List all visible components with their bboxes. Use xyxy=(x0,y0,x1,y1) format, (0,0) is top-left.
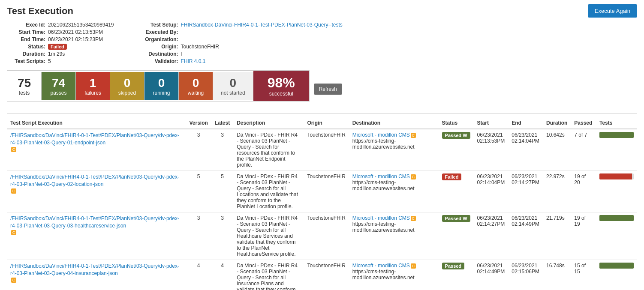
col-passed: Passed xyxy=(571,117,596,129)
destination-link[interactable]: Microsoft - modillon CMS xyxy=(352,215,410,221)
cell-destination: Microsoft - modillon CMSChttps://cms-tes… xyxy=(349,129,439,171)
test-scripts-label: Test Scripts: xyxy=(7,58,45,64)
cell-start: 06/23/202102:14:04PM xyxy=(474,171,509,212)
cell-start: 06/23/202102:13:53PM xyxy=(474,129,509,171)
duration-row: Duration: 1m 29s xyxy=(7,51,114,57)
status-badge: Passed W xyxy=(442,215,470,222)
progress-bar-fill xyxy=(599,173,632,179)
origin-row: Origin: TouchstoneFHIR xyxy=(140,44,343,50)
cell-version: 5 xyxy=(186,171,211,212)
cell-latest: 3 xyxy=(211,212,233,260)
cell-duration: 10.642s xyxy=(543,129,571,171)
cell-passed: 19 of 20 xyxy=(571,171,596,212)
destination-link[interactable]: Microsoft - modillon CMS xyxy=(352,263,410,269)
cell-latest: 3 xyxy=(211,129,233,171)
cell-tests xyxy=(596,260,637,290)
progress-bar-container xyxy=(599,173,634,179)
dest-copy-icon[interactable]: C xyxy=(411,263,416,269)
test-setup-link[interactable]: FHIRSandbox-DaVinci-FHIR4-0-1-Test-PDEX-… xyxy=(181,22,343,28)
copy-icon[interactable]: C xyxy=(11,278,16,283)
cell-duration: 16.748s xyxy=(543,260,571,290)
cell-origin: TouchstoneFHIR xyxy=(304,212,349,260)
dest-copy-icon[interactable]: C xyxy=(411,133,416,138)
progress-bar-fill xyxy=(599,215,634,221)
cell-version: 3 xyxy=(186,129,211,171)
end-time-label: End Time: xyxy=(7,36,45,42)
cell-status: Passed W xyxy=(439,129,474,171)
status-badge: Failed xyxy=(48,44,67,50)
success-num: 98% xyxy=(268,75,295,91)
status-badge: Failed xyxy=(442,173,462,180)
notstarted-num: 0 xyxy=(230,76,237,90)
exec-id-label: Exec Id: xyxy=(7,22,45,28)
cell-end: 06/23/202102:14:27PM xyxy=(508,171,543,212)
script-link[interactable]: /FHIRSandbox/DaVinci/FHIR4-0-1-Test/PDEX… xyxy=(10,173,183,188)
dest-copy-icon[interactable]: C xyxy=(411,174,416,179)
col-description: Description xyxy=(233,117,304,129)
origin-label: Origin: xyxy=(140,44,178,50)
script-link[interactable]: /FHIRSandbox/DaVinci/FHIR4-0-1-Test/PDEX… xyxy=(10,215,183,230)
col-duration: Duration xyxy=(543,117,571,129)
destination-url: https://cms-testing-modillon.azurewebsit… xyxy=(352,179,435,191)
waiting-num: 0 xyxy=(193,76,199,90)
copy-icon[interactable]: C xyxy=(11,188,16,194)
test-setup-row: Test Setup: FHIRSandbox-DaVinci-FHIR4-0-… xyxy=(140,22,343,28)
table-header: Test Script Execution Version Latest Des… xyxy=(7,117,637,129)
skipped-num: 0 xyxy=(124,76,131,90)
destination-link[interactable]: Microsoft - modillon CMS xyxy=(352,173,410,179)
col-start: Start xyxy=(474,117,509,129)
col-latest: Latest xyxy=(211,117,233,129)
copy-icon[interactable]: C xyxy=(11,147,16,152)
executed-by-row: Executed By: xyxy=(140,29,343,35)
stat-total: 75 tests xyxy=(7,72,42,100)
total-label: tests xyxy=(19,90,30,96)
page-container: Test Execution Execute Again Exec Id: 20… xyxy=(0,0,644,290)
meta-section: Exec Id: 20210623151353420989419 Start T… xyxy=(7,22,637,64)
table-body: /FHIRSandbox/DaVinci/FHIR4-0-1-Test/PDEX… xyxy=(7,129,637,290)
stat-failures: 1 failures xyxy=(76,72,110,100)
destination-value: l xyxy=(181,51,182,57)
cell-start: 06/23/202102:14:49PM xyxy=(474,260,509,290)
running-label: running xyxy=(153,90,170,96)
header-row: Test Execution Execute Again xyxy=(7,4,637,18)
cell-status: Passed xyxy=(439,260,474,290)
table-header-row: Test Script Execution Version Latest Des… xyxy=(7,117,637,129)
start-time-value: 06/23/2021 02:13:53PM xyxy=(48,29,103,35)
cell-passed: 15 of 15 xyxy=(571,260,596,290)
destination-url: https://cms-testing-modillon.azurewebsit… xyxy=(352,221,435,233)
progress-bar-fill xyxy=(599,263,634,269)
test-script-table: Test Script Execution Version Latest Des… xyxy=(7,117,637,290)
table-row: /FHIRSandbox/DaVinci/FHIR4-0-1-Test/PDEX… xyxy=(7,129,637,171)
cell-tests xyxy=(596,171,637,212)
stat-success: 98% successful xyxy=(253,71,309,101)
col-destination: Destination xyxy=(349,117,439,129)
cell-duration: 22.972s xyxy=(543,171,571,212)
start-time-label: Start Time: xyxy=(7,29,45,35)
refresh-button[interactable]: Refresh xyxy=(314,84,342,95)
cell-latest: 4 xyxy=(211,260,233,290)
status-row: Status: Failed xyxy=(7,44,114,50)
dest-copy-icon[interactable]: C xyxy=(411,216,416,221)
organization-label: Organization: xyxy=(140,36,178,42)
cell-tests xyxy=(596,129,637,171)
divider xyxy=(7,114,637,114)
meta-left: Exec Id: 20210623151353420989419 Start T… xyxy=(7,22,114,64)
copy-icon[interactable]: C xyxy=(11,230,16,235)
script-link[interactable]: /FHIRSandbox/DaVinci/FHIR4-0-1-Test/PDEX… xyxy=(10,132,183,146)
cell-latest: 5 xyxy=(211,171,233,212)
passes-label: passes xyxy=(50,90,66,96)
cell-description: Da Vinci - PDex - FHIR R4 - Scenario 03 … xyxy=(233,171,304,212)
meta-right: Test Setup: FHIRSandbox-DaVinci-FHIR4-0-… xyxy=(140,22,343,64)
script-link[interactable]: /FHIRSandbox/DaVinci/FHIR4-0-1-Test/PDEX… xyxy=(10,263,183,277)
cell-origin: TouchstoneFHIR xyxy=(304,260,349,290)
duration-label: Duration: xyxy=(7,51,45,57)
validator-label: Validator: xyxy=(140,58,178,64)
stat-running: 0 running xyxy=(144,72,179,100)
origin-value: TouchstoneFHIR xyxy=(181,44,219,50)
progress-bar-container xyxy=(599,263,634,269)
destination-link[interactable]: Microsoft - modillon CMS xyxy=(352,132,410,138)
validator-link[interactable]: FHIR 4.0.1 xyxy=(181,58,206,64)
execute-again-button[interactable]: Execute Again xyxy=(588,4,637,18)
cell-description: Da Vinci - PDex - FHIR R4 - Scenario 03 … xyxy=(233,212,304,260)
duration-value: 1m 29s xyxy=(48,51,65,57)
